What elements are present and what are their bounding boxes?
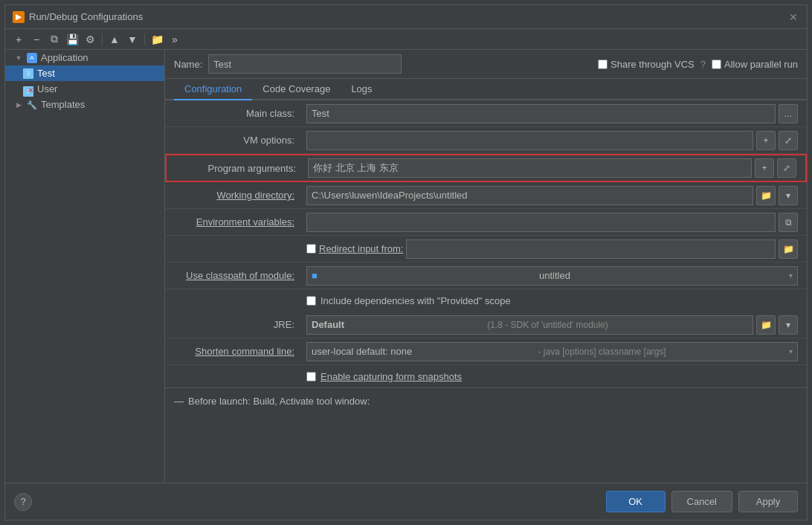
share-vcs-checkbox[interactable]: [598, 59, 608, 69]
main-content: ▼ A Application J Test J ✕ User ▶ 🔧: [5, 50, 807, 483]
shorten-cmd-dropdown[interactable]: user-local default: none - java [options…: [306, 342, 798, 361]
allow-parallel-checkbox[interactable]: [712, 59, 721, 69]
program-arguments-control: + ⤢: [308, 158, 796, 178]
share-section: Share through VCS ? Allow parallel run: [598, 59, 798, 70]
name-input[interactable]: [208, 54, 402, 74]
save-button[interactable]: 💾: [65, 32, 80, 47]
working-directory-dropdown-button[interactable]: ▾: [779, 186, 798, 205]
run-debug-dialog: ▶ Run/Debug Configurations ✕ + − ⧉ 💾 ⚙ ▲…: [4, 4, 808, 521]
application-icon: A: [27, 53, 37, 63]
templates-label: Templates: [41, 99, 85, 110]
working-directory-input[interactable]: [306, 186, 753, 205]
shorten-cmd-row: Shorten command line: user-local default…: [165, 338, 807, 365]
include-deps-label: Include dependencies with "Provided" sco…: [320, 295, 511, 306]
tab-configuration[interactable]: Configuration: [174, 79, 252, 100]
app-icon: ▶: [13, 11, 25, 23]
enable-snapshots-label: Enable capturing form snapshots: [320, 371, 462, 382]
sidebar-item-templates[interactable]: ▶ 🔧 Templates: [5, 97, 164, 112]
working-directory-folder-button[interactable]: 📁: [756, 186, 776, 205]
jre-dropdown[interactable]: Default (1.8 - SDK of 'untitled' module): [306, 315, 753, 335]
tabs-bar: Configuration Code Coverage Logs: [165, 79, 807, 100]
redirect-input-checkbox[interactable]: [306, 244, 316, 254]
program-args-expand-button[interactable]: ⤢: [777, 158, 796, 178]
bottom-bar: ? OK Cancel Apply: [5, 483, 807, 520]
program-args-plus-button[interactable]: +: [755, 158, 774, 178]
error-badge: ✕: [28, 86, 33, 94]
settings-button[interactable]: ⚙: [83, 32, 97, 47]
share-help-icon[interactable]: ?: [700, 59, 706, 70]
sidebar-item-test[interactable]: J Test: [5, 65, 164, 81]
include-deps-checkbox[interactable]: [306, 296, 316, 306]
jre-value-detail: (1.8 - SDK of 'untitled' module): [487, 320, 608, 330]
test-file-icon: J: [23, 68, 33, 79]
enable-snapshots-checkbox[interactable]: [306, 372, 316, 381]
toolbar: + − ⧉ 💾 ⚙ ▲ ▼ 📁 »: [5, 29, 807, 50]
jre-label: JRE:: [174, 319, 300, 330]
redirect-input-row: Redirect input from: 📁: [165, 236, 807, 262]
before-launch-header[interactable]: — Before launch: Build, Activate tool wi…: [174, 391, 798, 411]
env-variables-row: Environment variables: ⧉: [165, 209, 807, 236]
allow-parallel-checkbox-label: Allow parallel run: [712, 59, 798, 70]
vm-options-plus-button[interactable]: +: [756, 131, 776, 150]
program-arguments-label: Program arguments:: [175, 163, 302, 174]
name-label: Name:: [174, 59, 202, 70]
jre-value-bold: Default: [312, 319, 344, 330]
user-label: User: [37, 83, 57, 94]
expand-icon-application: ▼: [14, 54, 23, 62]
vm-options-input[interactable]: [306, 131, 753, 150]
shorten-cmd-control: user-local default: none - java [options…: [306, 342, 798, 361]
cancel-button[interactable]: Cancel: [671, 491, 732, 512]
shorten-cmd-detail: - java [options] classname [args]: [538, 347, 666, 357]
redirect-input-input[interactable]: [406, 239, 776, 259]
vm-options-control: + ⤢: [306, 131, 798, 150]
right-panel: Name: Share through VCS ? Allow parallel…: [165, 50, 807, 483]
copy-button[interactable]: ⧉: [47, 32, 62, 47]
add-button[interactable]: +: [11, 32, 26, 47]
help-button[interactable]: ?: [14, 493, 32, 511]
working-directory-row: Working directory: 📁 ▾: [165, 182, 807, 209]
redirect-input-label: Redirect input from:: [319, 243, 403, 254]
env-variables-label: Environment variables:: [174, 216, 300, 228]
tab-code-coverage[interactable]: Code Coverage: [252, 79, 341, 100]
sidebar: ▼ A Application J Test J ✕ User ▶ 🔧: [5, 50, 165, 483]
sidebar-item-user[interactable]: J ✕ User: [5, 81, 164, 97]
enable-snapshots-row: Enable capturing form snapshots: [165, 365, 807, 387]
vm-options-expand-button[interactable]: ⤢: [779, 131, 798, 150]
main-class-input[interactable]: [306, 104, 776, 123]
application-label: Application: [41, 52, 88, 63]
jre-folder-button[interactable]: 📁: [756, 315, 776, 335]
vm-options-label: VM options:: [174, 135, 300, 146]
sidebar-item-application[interactable]: ▼ A Application: [5, 50, 164, 65]
jre-control: Default (1.8 - SDK of 'untitled' module)…: [306, 315, 798, 335]
redirect-input-control: Redirect input from: 📁: [306, 239, 798, 259]
close-button[interactable]: ✕: [787, 11, 799, 23]
env-variables-input[interactable]: [306, 213, 776, 232]
name-bar: Name: Share through VCS ? Allow parallel…: [165, 50, 807, 79]
ok-button[interactable]: OK: [606, 491, 666, 512]
move-up-button[interactable]: ▲: [107, 32, 122, 47]
main-class-browse-button[interactable]: ...: [779, 104, 798, 123]
shorten-cmd-arrow: ▾: [789, 347, 793, 355]
remove-button[interactable]: −: [29, 32, 44, 47]
apply-button[interactable]: Apply: [738, 491, 798, 512]
toolbar-separator: [102, 33, 103, 45]
expand-icon-templates: ▶: [14, 100, 23, 109]
jre-dropdown-button[interactable]: ▾: [779, 315, 798, 335]
classpath-module-dropdown[interactable]: ■ untitled ▾: [306, 266, 798, 286]
vm-options-row: VM options: + ⤢: [165, 127, 807, 154]
classpath-module-row: Use classpath of module: ■ untitled ▾: [165, 262, 807, 289]
more-button[interactable]: »: [167, 32, 182, 47]
working-directory-control: 📁 ▾: [306, 186, 798, 205]
toolbar-separator-2: [144, 33, 145, 45]
env-variables-browse-button[interactable]: ⧉: [779, 213, 798, 232]
tab-logs[interactable]: Logs: [341, 79, 382, 100]
before-launch-label: Before launch: Build, Activate tool wind…: [188, 396, 370, 407]
move-down-button[interactable]: ▼: [125, 32, 140, 47]
classpath-module-label: Use classpath of module:: [174, 270, 300, 281]
user-icon-wrap: J ✕: [23, 84, 33, 94]
form-area: Main class: ... VM options: + ⤢: [165, 100, 807, 483]
env-variables-control: ⧉: [306, 213, 798, 232]
folder-button[interactable]: 📁: [149, 32, 164, 47]
redirect-input-folder-button[interactable]: 📁: [779, 239, 798, 259]
program-arguments-input[interactable]: [308, 158, 752, 178]
